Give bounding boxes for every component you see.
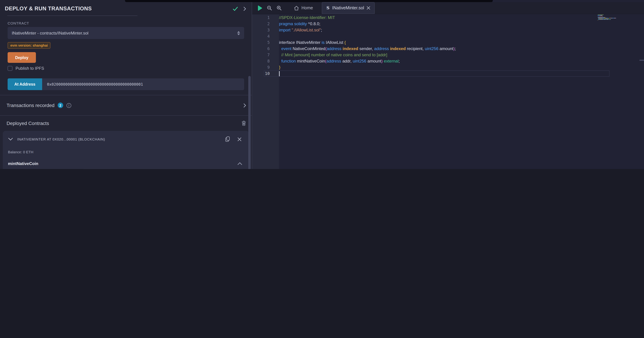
line-number: 3	[252, 28, 279, 32]
code-line-10[interactable]: 10	[252, 70, 644, 77]
panel-expand-chevron-right-icon[interactable]	[244, 6, 246, 11]
at-address-button[interactable]: At Address	[8, 78, 42, 90]
line-number: 8	[252, 59, 279, 64]
line-number: 7	[252, 52, 279, 57]
publish-ipfs-checkbox[interactable]	[8, 66, 12, 71]
line-number: 9	[252, 65, 279, 70]
transactions-recorded-row: Transactions recorded 2	[0, 95, 252, 116]
editor-minimap[interactable]	[598, 14, 640, 21]
panel-editor-divider[interactable]	[252, 0, 252, 169]
code-line-2[interactable]: 2pragma solidity ^0.8.0;	[252, 21, 644, 27]
code-line-8[interactable]: 8 function mintNativeCoin(address addr, …	[252, 58, 644, 64]
code-line-6[interactable]: 6 event NativeCoinMinted(address indexed…	[252, 46, 644, 52]
contract-select[interactable]: INativeMinter - contracts/INativeMinter.…	[8, 27, 244, 39]
text-cursor	[279, 71, 280, 76]
parameter-input-addr[interactable]	[82, 169, 244, 169]
line-number: 2	[252, 22, 279, 26]
zoom-in-icon[interactable]	[276, 5, 282, 10]
transactions-expand-chevron-right-icon[interactable]	[244, 103, 246, 108]
solidity-file-icon: S	[326, 6, 330, 10]
function-name: mintNativeCoin	[8, 161, 38, 166]
tab-home[interactable]: Home	[294, 5, 313, 10]
instance-collapse-chevron-down-icon[interactable]	[8, 138, 13, 140]
contract-select-value: INativeMinter - contracts/INativeMinter.…	[12, 30, 88, 36]
info-circle-icon	[66, 103, 72, 108]
code-line-9[interactable]: 9}	[252, 64, 644, 70]
code-line-3[interactable]: 3import "./IAllowList.sol";	[252, 27, 644, 33]
function-title-row: mintNativeCoin	[8, 161, 242, 166]
function-parameter-fields: addr:amount:	[3, 169, 249, 169]
panel-scrollbar[interactable]	[248, 76, 251, 169]
play-run-icon[interactable]	[258, 5, 262, 11]
code-line-5[interactable]: 5interface INativeMinter is IAllowList {	[252, 39, 644, 46]
at-address-input[interactable]	[42, 78, 244, 90]
remix-ide-window: DEPLOY & RUN TRANSACTIONS CONTRACT INati…	[0, 0, 644, 169]
copy-address-icon[interactable]	[225, 136, 230, 142]
contract-label: CONTRACT	[8, 21, 252, 25]
function-collapse-chevron-up-icon[interactable]	[238, 162, 242, 165]
window-top-bar	[125, 0, 493, 2]
tab-inativeminter-sol[interactable]: S INativeMinter.sol	[322, 2, 375, 14]
code-editor: Home S INativeMinter.sol 1//SPDX-License…	[252, 0, 644, 169]
deployed-contracts-row: Deployed Contracts	[0, 116, 252, 131]
deployed-contracts-label: Deployed Contracts	[6, 120, 49, 126]
close-instance-icon[interactable]	[238, 137, 241, 141]
instance-title: INATIVEMINTER AT 0X020...00001 (BLOCKCHA…	[17, 137, 105, 141]
instance-header[interactable]: INATIVEMINTER AT 0X020...00001 (BLOCKCHA…	[3, 131, 249, 142]
title-underline	[7, 16, 138, 16]
tab-file-label: INativeMinter.sol	[332, 6, 364, 10]
line-number: 4	[252, 34, 279, 39]
home-icon	[294, 5, 299, 10]
tab-home-label: Home	[302, 6, 313, 10]
evm-version-badge: evm version: shanghai	[8, 42, 50, 49]
transactions-count-badge: 2	[58, 102, 63, 108]
close-tab-icon[interactable]	[367, 6, 370, 10]
deploy-button[interactable]: Deploy	[8, 52, 36, 63]
trash-icon[interactable]	[241, 120, 246, 126]
at-address-row: At Address	[8, 78, 244, 90]
code-line-1[interactable]: 1//SPDX-License-Identifier: MIT	[252, 14, 644, 21]
line-number: 10	[252, 71, 279, 76]
line-number: 1	[252, 15, 279, 20]
compile-success-check-icon	[233, 6, 238, 11]
publish-ipfs-label: Publish to IPFS	[16, 66, 44, 71]
select-stepper-icon	[237, 31, 240, 35]
parameter-row: addr:	[3, 169, 244, 169]
code-line-7[interactable]: 7 // Mint [amount] number of native coin…	[252, 52, 644, 58]
line-number: 5	[252, 40, 279, 45]
line-number: 6	[252, 46, 279, 51]
deployed-contract-card: INATIVEMINTER AT 0X020...00001 (BLOCKCHA…	[3, 131, 249, 169]
balance-text: Balance: 0 ETH	[8, 150, 249, 154]
code-line-4[interactable]: 4	[252, 33, 644, 39]
page-title: DEPLOY & RUN TRANSACTIONS	[5, 6, 92, 12]
deploy-run-panel: DEPLOY & RUN TRANSACTIONS CONTRACT INati…	[0, 0, 252, 169]
transactions-recorded-label: Transactions recorded	[6, 102, 54, 108]
editor-scrollbar[interactable]	[640, 60, 644, 61]
code-lines[interactable]: 1//SPDX-License-Identifier: MIT2pragma s…	[252, 14, 644, 77]
zoom-out-icon[interactable]	[267, 5, 272, 10]
editor-tabbar: Home S INativeMinter.sol	[252, 2, 644, 14]
publish-ipfs-row: Publish to IPFS	[8, 66, 252, 71]
